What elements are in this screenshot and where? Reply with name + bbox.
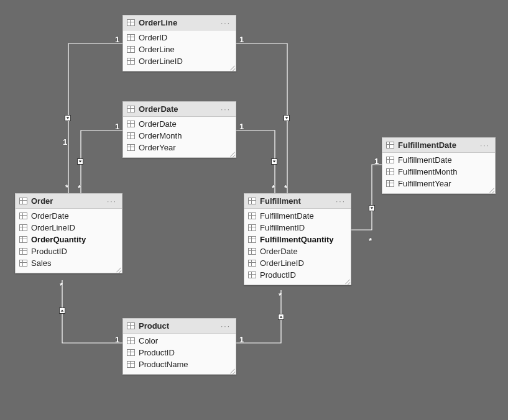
field-row[interactable]: OrderID [123, 32, 236, 43]
field-icon [248, 236, 256, 243]
field-row[interactable]: OrderLine [123, 43, 236, 55]
field-list: OrderID OrderLine OrderLineID [123, 30, 236, 71]
more-icon[interactable]: ··· [221, 19, 231, 27]
field-icon [248, 248, 256, 255]
table-icon [386, 142, 394, 148]
table-header[interactable]: Product ··· [123, 319, 236, 334]
field-row[interactable]: OrderYear [123, 142, 236, 153]
field-icon [127, 337, 135, 344]
table-icon [248, 198, 256, 204]
arrow-icon [271, 158, 277, 165]
resize-handle[interactable] [116, 267, 121, 272]
more-icon[interactable]: ··· [221, 322, 231, 331]
table-header[interactable]: OrderDate ··· [123, 102, 236, 117]
field-icon [386, 157, 394, 163]
table-product[interactable]: Product ··· Color ProductID ProductName [122, 318, 236, 375]
table-icon [127, 106, 135, 112]
arrow-icon [77, 158, 83, 165]
field-icon [248, 224, 256, 231]
table-header[interactable]: FulfillmentDate ··· [382, 138, 495, 153]
field-icon [19, 248, 27, 255]
field-list: Color ProductID ProductName [123, 334, 236, 374]
field-icon [248, 272, 256, 278]
table-icon [19, 198, 27, 204]
field-row[interactable]: ProductID [16, 245, 122, 257]
field-row[interactable]: FulfillmentID [244, 222, 351, 234]
cardinality-many: * [369, 236, 372, 245]
field-row[interactable]: Color [123, 335, 236, 347]
cardinality-one: 1 [239, 335, 244, 344]
field-list: FulfillmentDate FulfillmentID Fulfillmen… [244, 209, 351, 285]
more-icon[interactable]: ··· [336, 197, 346, 206]
more-icon[interactable]: ··· [480, 141, 490, 150]
field-icon [386, 168, 394, 175]
cardinality-many: * [78, 183, 81, 193]
table-title: FulfillmentDate [398, 140, 476, 150]
cardinality-one: 1 [115, 122, 119, 131]
table-orderdate[interactable]: OrderDate ··· OrderDate OrderMonth Order… [122, 101, 236, 158]
cardinality-many: * [272, 183, 275, 193]
arrow-icon [65, 115, 71, 121]
table-title: Fulfillment [260, 196, 332, 206]
table-header[interactable]: OrderLine ··· [123, 16, 236, 30]
table-header[interactable]: Order ··· [16, 194, 122, 209]
field-row[interactable]: FulfillmentDate [244, 210, 351, 222]
field-list: OrderDate OrderLineID OrderQuantity Prod… [16, 209, 122, 273]
field-row[interactable]: OrderLineID [123, 55, 236, 67]
field-row[interactable]: OrderMonth [123, 130, 236, 142]
field-row[interactable]: OrderLineID [16, 222, 122, 234]
more-icon[interactable]: ··· [107, 197, 117, 206]
resize-handle[interactable] [229, 151, 235, 157]
field-icon [127, 361, 135, 368]
table-title: Order [31, 196, 103, 206]
cardinality-one: 1 [115, 35, 119, 44]
field-row[interactable]: ProductID [244, 269, 351, 281]
cardinality-one: 1 [374, 157, 379, 166]
field-row[interactable]: FulfillmentMonth [382, 166, 495, 178]
field-row[interactable]: Sales [16, 257, 122, 269]
cardinality-many: * [279, 291, 282, 300]
field-row[interactable]: OrderDate [123, 118, 236, 130]
field-icon [127, 132, 135, 139]
field-row[interactable]: ProductName [123, 358, 236, 370]
cardinality-one: 1 [239, 35, 244, 44]
field-icon [248, 260, 256, 267]
field-row[interactable]: OrderLineID [244, 257, 351, 269]
field-icon [386, 180, 394, 187]
field-row[interactable]: OrderDate [244, 245, 351, 257]
field-list: OrderDate OrderMonth OrderYear [123, 117, 236, 157]
field-row[interactable]: ProductID [123, 347, 236, 358]
arrow-icon [284, 115, 290, 121]
table-order[interactable]: Order ··· OrderDate OrderLineID OrderQua… [15, 193, 122, 273]
table-title: OrderLine [139, 18, 217, 27]
field-row[interactable]: FulfillmentQuantity [244, 234, 351, 245]
field-icon [127, 144, 135, 151]
table-header[interactable]: Fulfillment ··· [244, 194, 351, 209]
cardinality-one: 1 [239, 122, 244, 131]
field-row[interactable]: OrderDate [16, 210, 122, 222]
resize-handle[interactable] [229, 65, 235, 70]
field-row[interactable]: FulfillmentYear [382, 178, 495, 189]
cardinality-many: * [65, 183, 68, 192]
field-row[interactable]: FulfillmentDate [382, 154, 495, 166]
cardinality-many: * [284, 183, 287, 193]
field-list: FulfillmentDate FulfillmentMonth Fulfill… [382, 153, 495, 193]
cardinality-many: * [60, 281, 63, 290]
diagram-canvas[interactable]: { "tables": { "orderLine": { "title": "O… [0, 0, 508, 420]
field-icon [127, 349, 135, 356]
field-icon [19, 212, 27, 219]
field-row[interactable]: OrderQuantity [16, 234, 122, 245]
table-icon [127, 19, 135, 26]
resize-handle[interactable] [229, 368, 235, 373]
table-icon [127, 322, 135, 329]
more-icon[interactable]: ··· [221, 105, 231, 114]
table-fulfillmentdate[interactable]: FulfillmentDate ··· FulfillmentDate Fulf… [382, 137, 496, 194]
field-icon [248, 212, 256, 219]
arrow-icon [278, 314, 284, 320]
table-fulfillment[interactable]: Fulfillment ··· FulfillmentDate Fulfillm… [244, 193, 351, 285]
cardinality-one: 1 [63, 137, 67, 147]
resize-handle[interactable] [489, 187, 494, 193]
resize-handle[interactable] [344, 278, 350, 284]
table-orderline[interactable]: OrderLine ··· OrderID OrderLine OrderLin… [122, 15, 236, 71]
field-icon [127, 34, 135, 41]
